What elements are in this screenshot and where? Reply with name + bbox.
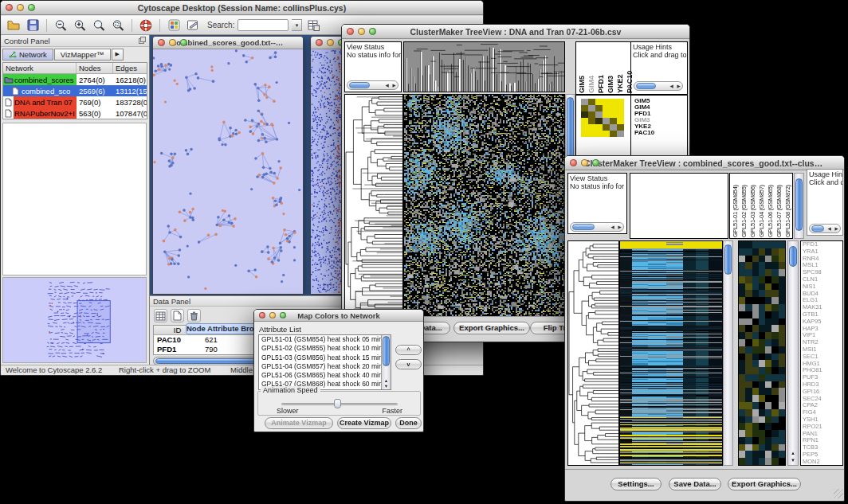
scrollbar-thumb[interactable]	[636, 83, 656, 89]
gene-label[interactable]: TCB3	[803, 444, 842, 451]
column-dendrogram[interactable]	[404, 42, 564, 92]
gene-label[interactable]: RNR4	[803, 256, 842, 263]
attribute-item[interactable]: GPL51-04 (GSM857) heat shock 20 min	[259, 362, 381, 371]
minimize-button[interactable]	[358, 28, 365, 35]
horizontal-scrollbar[interactable]: ◀▶	[347, 80, 398, 90]
close-button[interactable]	[316, 39, 323, 46]
gene-label[interactable]: BUD4	[803, 291, 842, 298]
zoom-out-icon[interactable]	[53, 18, 69, 33]
attribute-item[interactable]: GPL51-06 (GSM865) heat shock 40 min	[259, 371, 381, 380]
zoom-button[interactable]	[180, 39, 187, 46]
gene-label[interactable]: PFD1	[634, 111, 685, 117]
attribute-item[interactable]: GPL51-02 (GSM855) heat shock 10 min	[259, 344, 381, 353]
gene-label[interactable]: KAP95	[803, 318, 842, 326]
zoom-heatmap[interactable]	[739, 241, 785, 465]
network-view-canvas[interactable]	[153, 49, 301, 293]
gene-label[interactable]: VIP1	[803, 332, 842, 339]
horizontal-scrollbar[interactable]: ◀▶	[570, 222, 624, 232]
minimize-button[interactable]	[169, 39, 176, 46]
gene-label[interactable]: PAN1	[803, 431, 842, 438]
select-attributes-icon[interactable]	[154, 309, 167, 322]
gene-label[interactable]: NIS1	[803, 283, 842, 291]
scroll-right-button[interactable]: ▶	[391, 81, 398, 89]
minimize-button[interactable]	[327, 39, 334, 46]
tab-overflow-button[interactable]: ▶	[112, 49, 124, 61]
list-vscrollbar[interactable]: ▲▼	[381, 335, 391, 389]
horizontal-scrollbar[interactable]: ◀▶	[634, 81, 683, 91]
horizontal-scrollbar[interactable]: ◀▶	[809, 224, 841, 233]
zoom-heatmap[interactable]	[581, 99, 624, 137]
export-graphics-button[interactable]: Export Graphics...	[728, 478, 801, 490]
column-header[interactable]: Network	[3, 63, 77, 73]
heatmap-vscrollbar[interactable]	[723, 240, 733, 466]
export-graphics-button[interactable]: Export Graphics...	[453, 322, 530, 334]
gene-label[interactable]: RPN1	[803, 437, 842, 444]
gene-label[interactable]: PAC10	[634, 130, 685, 136]
save-session-button[interactable]	[25, 18, 41, 33]
gene-label[interactable]: PUF3	[803, 374, 842, 381]
gene-label[interactable]: CPA2	[803, 402, 842, 409]
gene-label[interactable]: GTB1	[803, 311, 842, 318]
help-lifering-icon[interactable]	[138, 18, 154, 33]
zoom-button[interactable]	[280, 312, 286, 318]
animate-vizmap-button[interactable]: Animate Vizmap	[265, 417, 333, 429]
labels-vscrollbar[interactable]	[794, 173, 804, 239]
annotation-icon[interactable]	[185, 18, 201, 33]
gene-label[interactable]: HRD3	[803, 381, 842, 389]
close-button[interactable]	[158, 39, 165, 46]
zoom-button[interactable]	[369, 28, 376, 35]
done-button[interactable]: Done	[395, 417, 422, 429]
speed-slider-thumb[interactable]	[334, 399, 341, 408]
scrollbar-thumb[interactable]	[811, 225, 824, 232]
row-dendrogram[interactable]	[345, 95, 402, 317]
scroll-right-button[interactable]: ▶	[833, 225, 840, 232]
close-button[interactable]	[570, 159, 577, 166]
open-session-button[interactable]	[6, 18, 22, 33]
scrollbar-thumb[interactable]	[572, 224, 595, 230]
close-button[interactable]	[347, 28, 354, 35]
gene-label[interactable]: PFD1	[803, 241, 842, 248]
column-header[interactable]: Edges	[113, 63, 147, 73]
network-list-row[interactable]: combined_scores 2764(0) 16218(0)	[3, 74, 147, 85]
scroll-right-button[interactable]: ▶	[616, 223, 623, 231]
scroll-left-button[interactable]: ◀	[668, 82, 675, 90]
gene-label[interactable]: SEC24	[803, 396, 842, 403]
scrollbar-thumb[interactable]	[795, 178, 803, 231]
gene-label[interactable]: YRA1	[803, 248, 842, 256]
minimize-button[interactable]	[269, 312, 276, 318]
scroll-left-button[interactable]: ◀	[383, 81, 391, 89]
attribute-item[interactable]: GPL51-01 (GSM854) heat shock 05 min	[259, 335, 381, 344]
row-dendrogram[interactable]	[568, 241, 618, 465]
tab-network[interactable]: Network	[2, 49, 53, 61]
gene-label[interactable]: ELG1	[803, 297, 842, 304]
gene-label[interactable]: MON2	[803, 459, 842, 466]
search-dropdown-button[interactable]: ▼	[292, 19, 302, 31]
network-list-row[interactable]: combined_sco 2569(6) 13112(15)	[3, 85, 147, 96]
scrollbar-thumb[interactable]	[724, 244, 732, 275]
gene-label[interactable]: PHO81	[803, 367, 842, 374]
gene-label[interactable]: MSI1	[803, 346, 842, 354]
move-down-button[interactable]: v	[395, 359, 422, 369]
gene-label[interactable]: GIM3	[634, 117, 685, 123]
gene-label[interactable]: FIG4	[803, 409, 842, 416]
gene-label[interactable]: PEP5	[803, 451, 842, 459]
gene-label[interactable]: MSL1	[803, 262, 842, 269]
gene-label[interactable]: YKE2	[634, 123, 685, 130]
scrollbar-thumb[interactable]	[383, 336, 390, 366]
gene-label[interactable]: CLN1	[803, 276, 842, 283]
gene-label[interactable]: RPO21	[803, 424, 842, 431]
tab-vizmapper[interactable]: VizMapper™	[54, 49, 111, 61]
delete-attribute-trash-icon[interactable]	[187, 309, 201, 322]
dialog-title-bar[interactable]: Map Colors to Network	[254, 310, 423, 322]
scroll-right-button[interactable]: ▶	[675, 82, 682, 90]
new-attribute-icon[interactable]	[171, 309, 184, 322]
zoom-button[interactable]	[28, 4, 35, 11]
child-title-bar[interactable]: combined_scores_good.txt--cluste...	[153, 37, 303, 49]
gene-label[interactable]: HMG1	[803, 361, 842, 368]
main-title-bar[interactable]: Cytoscape Desktop (Session Name: collins…	[1, 1, 483, 15]
title-bar[interactable]: ClusterMaker TreeView : DNA and Tran 07-…	[342, 25, 689, 39]
zoom-fit-icon[interactable]	[91, 18, 107, 33]
global-heatmap[interactable]	[620, 241, 722, 465]
scrollbar-thumb[interactable]	[349, 82, 370, 88]
global-heatmap[interactable]	[404, 95, 564, 317]
